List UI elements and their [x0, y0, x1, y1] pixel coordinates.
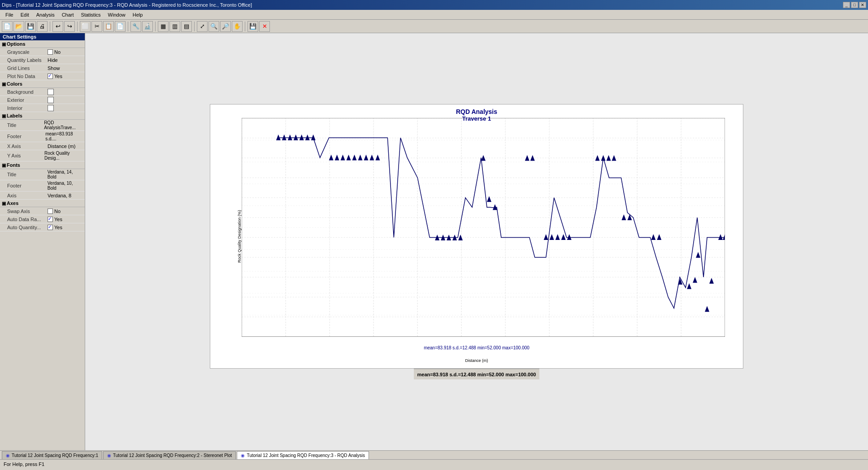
prop-quantity-labels: Quantity Labels Hide: [0, 56, 85, 64]
background-color-swatch[interactable]: [48, 89, 54, 95]
prop-grid-lines: Grid Lines Show: [0, 64, 85, 72]
fit-button[interactable]: ⤢: [197, 21, 208, 32]
prop-font-title: Title Verdana, 14, Bold: [0, 169, 85, 180]
tab-3-icon: ◉: [241, 453, 245, 458]
section-labels[interactable]: Labels: [0, 112, 85, 120]
tab-1-icon: ◉: [6, 453, 10, 458]
tab-3[interactable]: ◉ Tutorial 12 Joint Spacing RQD Frequenc…: [237, 451, 369, 459]
plot-no-data-checkbox[interactable]: [48, 74, 53, 79]
chart-footer: mean=83.918 s.d.=12.488 min=52.000 max=1…: [210, 345, 743, 350]
prop-font-footer: Footer Verdana, 10, Bold: [0, 180, 85, 191]
prop-interior: Interior: [0, 104, 85, 112]
x-axis-label: Distance (m): [210, 358, 743, 363]
separator-4: [155, 22, 156, 31]
menu-chart[interactable]: Chart: [58, 11, 78, 18]
export-button[interactable]: 💾: [247, 21, 258, 32]
chart-svg: 0 10 20 30 40 50 60 70 80 90 100 110 1 2…: [242, 118, 725, 337]
restore-button[interactable]: □: [851, 2, 858, 8]
auto-data-range-checkbox[interactable]: [48, 217, 53, 222]
tab-3-label: Tutorial 12 Joint Spacing RQD Frequency:…: [247, 453, 365, 458]
auto-quantity-checkbox[interactable]: [48, 225, 53, 230]
close-button[interactable]: ✕: [859, 2, 866, 8]
left-panel: Chart Settings Options Grayscale No Quan…: [0, 33, 85, 450]
section-axes[interactable]: Axes: [0, 200, 85, 207]
separator-1: [50, 22, 50, 31]
statistics-status: mean=83.918 s.d.=12.488 min=52.000 max=1…: [414, 369, 540, 379]
menu-statistics[interactable]: Statistics: [78, 11, 104, 18]
prop-plot-no-data: Plot No Data Yes: [0, 72, 85, 80]
zoom-in-button[interactable]: 🔍: [208, 21, 219, 32]
menu-bar: File Edit Analysis Chart Statistics Wind…: [0, 10, 868, 20]
menu-help[interactable]: Help: [129, 11, 147, 18]
prop-label-footer: Footer mean=83.918 s.d....: [0, 131, 85, 142]
prop-font-axis: Axis Verdana, 8: [0, 191, 85, 200]
toolbar: 📄 📂 💾 🖨 ↩ ↪ ⬜ ✂ 📋 📄 🔧 🔬 ▦ ▥ ▤ ⤢ 🔍 🔎 ✋ 💾 …: [0, 20, 868, 33]
pan-button[interactable]: ✋: [232, 21, 243, 32]
tab-2[interactable]: ◉ Tutorial 12 Joint Spacing RQD Frequenc…: [103, 451, 236, 459]
prop-label-xaxis: X Axis Distance (m): [0, 142, 85, 150]
prop-exterior: Exterior: [0, 96, 85, 104]
menu-edit[interactable]: Edit: [17, 11, 33, 18]
tab-bar: ◉ Tutorial 12 Joint Spacing RQD Frequenc…: [0, 450, 868, 459]
menu-file[interactable]: File: [2, 11, 17, 18]
select-button[interactable]: ⬜: [80, 21, 91, 32]
y-axis-label: Rock Quality Designation (%): [237, 210, 242, 263]
section-fonts[interactable]: Fonts: [0, 161, 85, 169]
zoom-out-button[interactable]: 🔎: [220, 21, 231, 32]
separator-2: [77, 22, 78, 31]
redo-button[interactable]: ↪: [64, 21, 75, 32]
bottom-status: For Help, press F1: [0, 459, 868, 468]
minimize-button[interactable]: _: [843, 2, 850, 8]
panel-header: Chart Settings: [0, 33, 85, 40]
tab-1-label: Tutorial 12 Joint Spacing RQD Frequency:…: [12, 453, 98, 458]
swap-axis-checkbox[interactable]: [48, 209, 53, 214]
window-title: Dips - [Tutorial 12 Joint Spacing RQD Fr…: [2, 2, 252, 8]
new-button[interactable]: 📄: [2, 21, 13, 32]
prop-background: Background: [0, 88, 85, 96]
layout3-button[interactable]: ▤: [181, 21, 192, 32]
title-bar: Dips - [Tutorial 12 Joint Spacing RQD Fr…: [0, 0, 868, 10]
title-bar-buttons: _ □ ✕: [843, 2, 866, 8]
separator-5: [194, 22, 195, 31]
open-button[interactable]: 📂: [13, 21, 24, 32]
prop-label-title: Title RQD AnalysisTrave...: [0, 120, 85, 131]
prop-auto-data-range: Auto Data Ra... Yes: [0, 215, 85, 223]
section-colors[interactable]: Colors: [0, 80, 85, 88]
prop-grayscale: Grayscale No: [0, 48, 85, 56]
filter-button[interactable]: 🔧: [130, 21, 141, 32]
chart-area[interactable]: RQD Analysis Traverse 1 Rock Quality Des…: [85, 33, 868, 450]
layout2-button[interactable]: ▥: [169, 21, 180, 32]
layout1-button[interactable]: ▦: [158, 21, 169, 32]
copy-button[interactable]: 📋: [103, 21, 114, 32]
grayscale-checkbox[interactable]: [48, 49, 53, 55]
menu-analysis[interactable]: Analysis: [33, 11, 58, 18]
tab-2-icon: ◉: [107, 453, 111, 458]
print-button[interactable]: 🖨: [37, 21, 48, 32]
prop-swap-axis: Swap Axis No: [0, 207, 85, 215]
prop-label-yaxis: Y Axis Rock Quality Desig...: [0, 150, 85, 161]
main-content: Chart Settings Options Grayscale No Quan…: [0, 33, 868, 450]
paste-button[interactable]: 📄: [115, 21, 126, 32]
save-button[interactable]: 💾: [25, 21, 36, 32]
tab-2-label: Tutorial 12 Joint Spacing RQD Frequency:…: [113, 453, 232, 458]
exterior-color-swatch[interactable]: [48, 97, 54, 103]
filter2-button[interactable]: 🔬: [142, 21, 153, 32]
svg-rect-1: [242, 118, 725, 337]
tab-1[interactable]: ◉ Tutorial 12 Joint Spacing RQD Frequenc…: [2, 451, 102, 459]
section-options[interactable]: Options: [0, 40, 85, 48]
separator-6: [245, 22, 245, 31]
undo-button[interactable]: ↩: [52, 21, 63, 32]
menu-window[interactable]: Window: [104, 11, 129, 18]
prop-auto-quantity: Auto Quantity... Yes: [0, 223, 85, 231]
separator-3: [128, 22, 128, 31]
chart-title: RQD Analysis Traverse 1: [210, 108, 743, 122]
cut-button[interactable]: ✂: [91, 21, 102, 32]
chart-container: RQD Analysis Traverse 1 Rock Quality Des…: [210, 104, 743, 369]
close-chart-button[interactable]: ✕: [259, 21, 270, 32]
interior-color-swatch[interactable]: [48, 105, 54, 111]
